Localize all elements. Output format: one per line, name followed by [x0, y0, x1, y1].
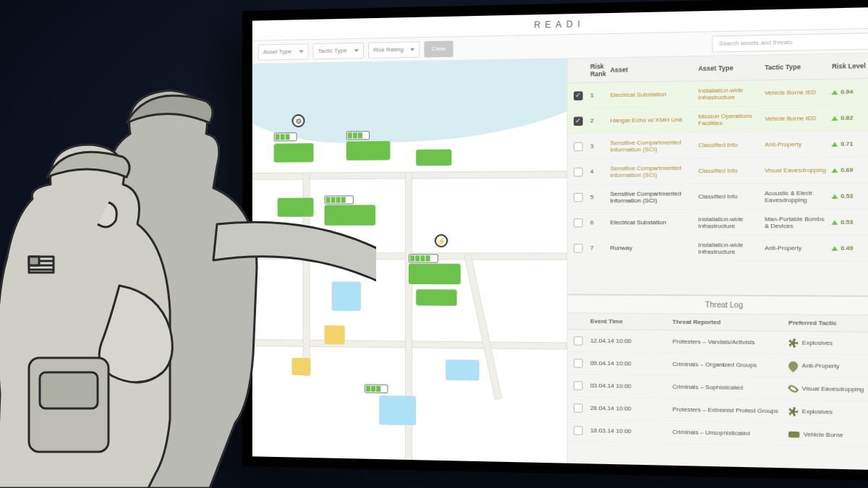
threat-log-title: Threat Log [567, 295, 868, 315]
cell-risk-level: 0.82 [832, 114, 868, 121]
cell-risk-level: 0.53 [832, 192, 868, 200]
table-row[interactable]: 7RunwayInstallation-wide InfrastructureA… [567, 236, 868, 262]
filter-label: Asset Type [263, 48, 292, 56]
main-content: ⚙ ⚡ Risk Rank Asset Asset Type Tac [252, 53, 868, 471]
svg-rect-0 [29, 358, 109, 452]
map-water [252, 59, 567, 144]
side-panel: Risk Rank Asset Asset Type Tactic Type R… [567, 53, 868, 471]
list-item[interactable]: 18.03.14 10:00Criminals – Unsophisticate… [567, 419, 868, 448]
cell-rank: 1 [590, 92, 607, 99]
cell-event-time: 09.04.14 10:00 [590, 360, 669, 368]
map-building[interactable] [346, 141, 391, 160]
row-checkbox[interactable] [574, 381, 583, 390]
table-row[interactable]: 3Sensitive Compartmented Information (SC… [567, 131, 868, 160]
map-marker-icon[interactable]: ⚡ [435, 234, 448, 247]
cell-threat-reported: Criminals – Organized Groups [673, 361, 786, 369]
col-preferred-tactic: Preferred Tactic [788, 320, 868, 328]
cell-preferred-tactic: Vehicle Borne [788, 431, 868, 440]
chevron-down-icon [410, 48, 414, 51]
row-checkbox[interactable] [574, 218, 583, 227]
map-panel[interactable]: ⚙ ⚡ [252, 59, 567, 463]
cell-tactic-type: Vehicle Borne IED [765, 89, 829, 97]
search-input[interactable]: Search assets and threats [712, 32, 868, 51]
map-marker-icon[interactable]: ⚙ [292, 114, 305, 127]
map-tag[interactable] [346, 131, 370, 140]
table-row[interactable]: 4Sensitive Compartmented Information (SC… [567, 157, 868, 184]
map-building[interactable] [325, 325, 345, 345]
cell-asset: Sensitive Compartmented Information (SCI… [610, 164, 694, 178]
cell-preferred-tactic: Explosives [788, 406, 868, 417]
table-row[interactable]: 5Sensitive Compartmented Information (SC… [567, 183, 868, 210]
table-row[interactable]: 2Hangar Echo w/ KMH UnitMission Operatio… [567, 105, 868, 134]
row-checkbox[interactable] [574, 192, 583, 201]
cell-asset-type: Installation-wide Infrastructure [698, 241, 761, 255]
row-checkbox[interactable] [574, 359, 583, 368]
row-checkbox[interactable] [574, 336, 583, 346]
search-placeholder: Search assets and threats [719, 39, 792, 47]
cell-rank: 4 [590, 168, 607, 175]
chevron-down-icon [299, 50, 303, 53]
map-building[interactable] [416, 289, 456, 306]
map-tag[interactable] [365, 384, 388, 393]
row-checkbox[interactable] [574, 244, 583, 252]
cell-risk-level: 0.71 [832, 140, 868, 147]
row-checkbox[interactable] [574, 116, 583, 126]
cell-preferred-tactic: Explosives [788, 338, 868, 348]
row-checkbox[interactable] [574, 142, 583, 151]
map-tag[interactable] [274, 132, 297, 141]
app-screen: READI Asset Type Tactic Type Risk Rating… [252, 7, 868, 471]
cell-asset-type: Installation-wide Infrastructure [698, 86, 761, 100]
cell-asset-type: Classified Info [698, 193, 761, 200]
map-building[interactable] [274, 143, 314, 163]
tactic-icon [788, 338, 798, 348]
row-checkbox[interactable] [574, 167, 583, 176]
display-monitor: READI Asset Type Tactic Type Risk Rating… [242, 0, 868, 481]
arrow-up-icon [832, 90, 838, 94]
cell-rank: 7 [590, 244, 607, 251]
cell-threat-reported: Criminals – Sophisticated [673, 383, 786, 392]
cell-event-time: 12.04.14 10:00 [590, 338, 669, 345]
table-row[interactable]: 1Electrical SubstationInstallation-wide … [567, 79, 868, 109]
cell-tactic-type: Vehicle Borne IED [765, 115, 829, 123]
col-risk-level: Risk Level [832, 61, 868, 70]
svg-rect-2 [29, 257, 54, 273]
col-event-time: Event Time [590, 318, 669, 325]
filter-label: Risk Rating [373, 46, 404, 53]
list-item[interactable]: 12.04.14 10:00Protesters – Vandals/Activ… [567, 330, 868, 356]
map-building[interactable] [332, 282, 361, 312]
cell-event-time: 03.04.14 10:00 [590, 382, 669, 390]
map-tag[interactable] [409, 254, 438, 262]
map-building[interactable] [416, 149, 451, 166]
col-tactic-type: Tactic Type [765, 63, 829, 72]
map-building[interactable] [292, 358, 310, 375]
risk-table: Risk Rank Asset Asset Type Tactic Type R… [567, 53, 868, 296]
map-tag[interactable] [325, 195, 354, 204]
cell-risk-level: 0.49 [832, 244, 868, 252]
cell-tactic-type: Man-Portable Bombs & Devices [765, 215, 829, 229]
map-building[interactable] [325, 205, 376, 225]
row-checkbox[interactable] [574, 403, 583, 413]
filter-asset-type[interactable]: Asset Type [258, 43, 309, 60]
cell-rank: 3 [590, 142, 607, 150]
filter-tactic-type[interactable]: Tactic Type [312, 42, 363, 59]
cell-asset: Electrical Substation [610, 90, 694, 98]
arrow-up-icon [832, 116, 838, 120]
clear-button[interactable]: Clear [424, 40, 453, 57]
map-building[interactable] [409, 264, 461, 285]
row-checkbox[interactable] [574, 91, 583, 100]
cell-asset: Runway [610, 244, 694, 251]
filter-risk-rating[interactable]: Risk Rating [368, 41, 420, 59]
arrow-up-icon [832, 220, 838, 224]
map-building[interactable] [446, 359, 479, 380]
row-checkbox[interactable] [574, 426, 583, 435]
cell-event-time: 28.04.14 10:00 [590, 405, 669, 413]
arrow-up-icon [832, 246, 838, 250]
chevron-down-icon [354, 48, 359, 51]
map-building[interactable] [278, 198, 314, 217]
table-row[interactable]: 6Electrical SubstationInstallation-wide … [567, 210, 868, 236]
cell-event-time: 18.03.14 10:00 [590, 427, 669, 435]
map-building[interactable] [379, 395, 416, 425]
cell-asset-type: Mission Operations Facilities [698, 112, 761, 127]
threat-log: Threat Log Event Time Threat Reported Pr… [567, 294, 868, 470]
arrow-up-icon [832, 194, 838, 198]
